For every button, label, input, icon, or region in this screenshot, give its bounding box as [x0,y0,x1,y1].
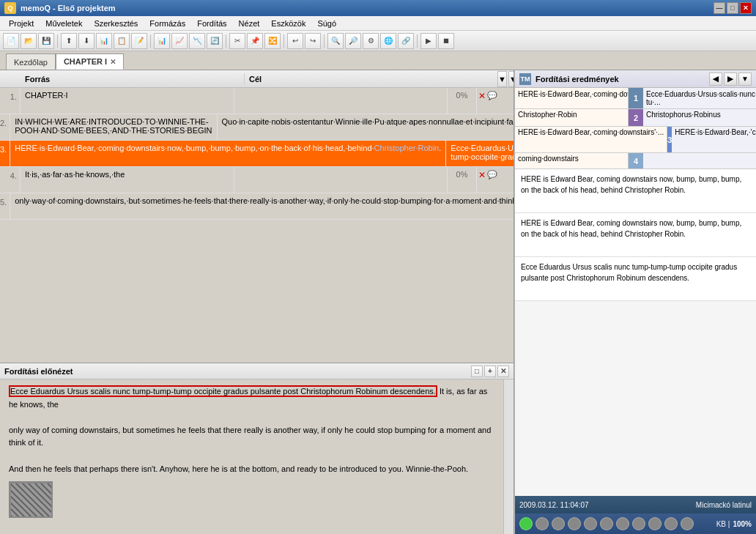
row-status-1: ✕ 💬 [477,88,514,114]
tb-btn9[interactable]: 🔄 [207,33,223,49]
tm-detail-2: HERE is Edward Bear, coming downstairs n… [515,213,756,257]
chat-icon-4: 💬 [487,170,497,179]
dot-gray-10[interactable] [681,517,694,530]
table-row[interactable]: 4. It·is,·as·far·as·he·knows,·the 0% ✕ 💬 [0,167,514,193]
table-inner: Forrás Cél ▼ ▼ ⊕ 1. CHAPTER·I [0,70,514,363]
tb-btn16[interactable]: 🌐 [380,33,396,49]
tm-row-1[interactable]: HERE·is·Edward·Bear,·coming·downstairs'·… [515,88,756,109]
row-tgt-1 [234,88,448,114]
maximize-button[interactable]: □ [727,2,738,14]
tb-btn10[interactable]: ✂ [229,33,245,49]
christopher-robin-highlight: Christopher·Robin [374,144,440,152]
table-row[interactable]: 1. CHAPTER·I 0% ✕ 💬 [0,88,514,114]
tb-btn3[interactable]: 📊 [96,33,112,49]
preview-header: Fordítási előnézet □ + ✕ [0,363,514,379]
row-src-text-5: only·way·of·coming·downstairs,·but·somet… [15,196,514,205]
menu-forditas[interactable]: Fordítás [191,18,232,29]
content-row: Forrás Cél ▼ ▼ ⊕ 1. CHAPTER·I [0,70,756,534]
dot-gray-2[interactable] [552,517,565,530]
menu-formazas[interactable]: Formázás [144,18,191,29]
menu-eszkozok[interactable]: Eszközök [265,18,311,29]
chat-icon-1: 💬 [487,91,497,100]
minimize-button[interactable]: — [714,2,725,14]
tm-nav-next[interactable]: ▼ [738,73,752,86]
tb-btn12[interactable]: 🔀 [264,33,281,49]
dot-gray-6[interactable] [616,517,629,530]
tb-open[interactable]: 📂 [21,33,37,49]
tm-header: TM Fordítási eredmények ◀ ▶ ▼ [515,70,756,88]
row-tgt-2: Quo·in·capite·nobis·ostentantur·Winnie·i… [218,114,514,140]
row-tgt-text-3: Ecce·Eduardus·Ursus·scalis·nunc·tump-tum… [451,144,514,161]
tab-bar: Kezdőlap CHAPTER I ✕ [0,51,756,70]
dot-gray-3[interactable] [568,517,581,530]
app-title: memoQ - Első projektem [21,4,116,12]
tb-btn6[interactable]: 📊 [154,33,170,49]
close-button[interactable]: ✕ [740,2,752,14]
row-src-2: IN·WHICH·WE·ARE·INTRODUCED·TO·WINNIE-THE… [10,114,217,140]
dot-gray-9[interactable] [664,517,678,530]
table-row-selected[interactable]: 3. HERE·is·Edward·Bear,·coming·downstair… [0,141,514,167]
tm-footer: 2009.03.12. 11:04:07 Micimackó latinul [515,496,756,513]
tm-nav-play[interactable]: ▶ [724,73,737,86]
tb-btn11[interactable]: 📌 [247,33,263,49]
tb-btn5[interactable]: 📝 [131,33,147,49]
preview-icon2[interactable]: + [484,366,496,377]
row-src-text-4: It·is,·as·far·as·he·knows,·the [25,170,125,179]
table-row[interactable]: 5. only·way·of·coming·downstairs,·but·so… [0,193,514,220]
filter-icon2[interactable]: ▼ [508,71,514,87]
menu-projekt[interactable]: Projekt [3,18,40,29]
tb-btn8[interactable]: 📉 [189,33,205,49]
tb-sep3 [226,34,226,48]
tab-close-icon[interactable]: ✕ [110,58,116,66]
tab-chapter1[interactable]: CHAPTER I ✕ [56,53,124,70]
row-src-5: only·way·of·coming·downstairs,·but·somet… [10,193,514,219]
tm-row4-num: 4 [629,153,643,168]
tb-btn2[interactable]: ⬇ [78,33,94,49]
tb-btn7[interactable]: 📈 [171,33,188,49]
menu-sugo[interactable]: Súgó [311,18,342,29]
tab-kezdolap[interactable]: Kezdőlap [6,53,56,70]
menu-nezet[interactable]: Nézet [233,18,266,29]
tb-btn14[interactable]: 🔎 [345,33,361,49]
preview-title: Fordítási előnézet [4,367,73,376]
dot-gray-8[interactable] [648,517,662,530]
filter-icon[interactable]: ▼ [497,71,507,87]
tb-btn17[interactable]: 🔗 [398,33,414,49]
tm-row-2[interactable]: Christopher·Robin 2 Christophorus·Robinu… [515,109,756,127]
row-status-4: ✕ 💬 [477,167,514,193]
preview-content: Ecce Eduardus Ursus scalis nunc tump-tum… [0,379,503,534]
tb-new[interactable]: 📄 [3,33,19,49]
tm-row-3[interactable]: HERE·is·Edward·Bear,·coming·downstairs'·… [515,127,756,153]
preview-icon3[interactable]: ✕ [497,366,509,377]
tb-btn4[interactable]: 📋 [114,33,130,49]
kb-info: KB | [716,520,730,528]
tm-nav-prev[interactable]: ◀ [709,73,722,86]
row-tgt-3: Ecce·Eduardus·Ursus·scalis·nunc·tump-tum… [446,141,514,166]
app-icon: Q [4,2,16,14]
tb-save[interactable]: 💾 [38,33,54,49]
dot-green-1[interactable] [519,517,533,530]
tm-header-icon: TM [519,73,531,85]
tm-dbname: Micimackó latinul [696,501,752,509]
tb-btn15[interactable]: ⚙ [363,33,379,49]
tb-undo[interactable]: ↩ [287,33,303,49]
menu-szerkesztes[interactable]: Szerkesztés [88,18,144,29]
row-num-3: 3. [0,141,10,166]
dot-gray-5[interactable] [600,517,613,530]
tb-redo[interactable]: ↪ [305,33,321,49]
preview-scrollbar[interactable] [503,379,514,534]
menu-muveletek[interactable]: Műveletek [40,18,88,29]
preview-icon1[interactable]: □ [471,366,483,377]
tb-btn13[interactable]: 🔍 [327,33,344,49]
tb-btn1[interactable]: ⬆ [61,33,77,49]
dot-gray-4[interactable] [584,517,597,530]
tb-sep1 [57,34,58,48]
preview-body: Ecce Eduardus Ursus scalis nunc tump-tum… [0,379,514,534]
dot-gray-7[interactable] [632,517,645,530]
tb-btn18[interactable]: ▶ [420,33,437,49]
dot-gray-1[interactable] [536,517,549,530]
tb-btn19[interactable]: ⏹ [438,33,454,49]
main-outer: Forrás Cél ▼ ▼ ⊕ 1. CHAPTER·I [0,70,756,534]
table-row[interactable]: 2. IN·WHICH·WE·ARE·INTRODUCED·TO·WINNIE-… [0,114,514,141]
tm-row-4[interactable]: coming·downstairs 4 [515,153,756,169]
